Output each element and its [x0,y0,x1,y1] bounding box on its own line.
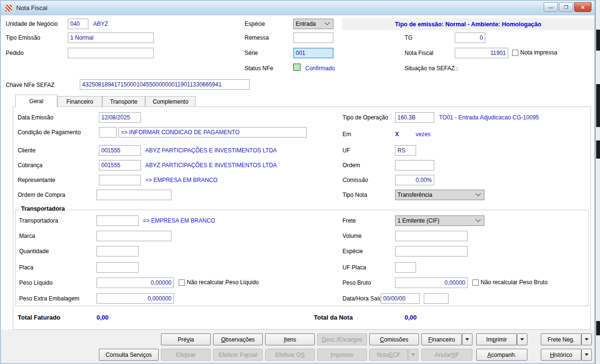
status-nfe-label: Status NFe [245,65,273,72]
tipo-nota-select[interactable]: Transferência [395,190,484,200]
tipo-nota-value: Transferência [397,192,476,198]
quantidade-label: Quantidade [19,248,49,255]
frete-neg-dropdown-arrow[interactable] [581,333,592,345]
cliente-input[interactable]: 001555 [99,145,141,156]
transportadora-input[interactable] [96,215,139,226]
frete-neg-button[interactable]: Frete Neg. [541,333,581,345]
peso-liquido-input[interactable]: 0,00000 [96,278,174,288]
total-faturado-value: 0,00 [96,314,108,321]
situacao-sefaz-label: Situação na SEFAZ [405,65,455,72]
placa-input[interactable] [96,262,139,273]
tab-transporte[interactable]: Transporte [102,96,145,107]
tipo-emissao-input[interactable]: 1 Normal [68,32,154,43]
peso-liquido-label: Peso Líquido [19,279,53,286]
tg-input[interactable]: 0 [455,32,485,43]
efetivar-os-button: Efetivar OS [265,349,315,361]
remessa-input[interactable] [293,32,333,43]
pedido-label: Pedido [6,50,23,56]
financeiro-button[interactable]: Financeiro [421,333,462,345]
peso-bruto-input[interactable]: 0,00000 [395,278,468,288]
especie-transp-input[interactable] [395,246,468,257]
pedido-input[interactable] [68,48,154,58]
quantidade-input[interactable] [96,246,139,257]
tab-financeiro[interactable]: Financeiro [57,96,102,107]
uf-label: UF [343,147,350,154]
nota-impressa-checkbox[interactable]: Nota impressa [512,49,557,56]
nao-recalcular-peso-liquido-checkbox[interactable]: Não recalcular Peso Líquido [179,279,259,286]
restore-button[interactable]: ❐ [559,2,573,12]
comissao-input[interactable]: 0,00% [395,175,434,185]
uf-input[interactable]: RS [395,145,416,156]
hora-saida-input[interactable] [424,293,449,304]
tg-label: TG [405,34,413,41]
peso-extra-input[interactable]: 0,000000 [96,293,174,304]
checkbox-icon [179,279,185,286]
marca-input[interactable] [96,231,171,241]
previa-button[interactable]: Prévia [161,333,211,345]
nota-fiscal-input[interactable]: 11901 [455,48,508,58]
representante-label: Representante [18,177,55,183]
financeiro-dropdown-arrow[interactable] [462,333,472,345]
em-suffix: vezes [416,131,430,138]
checkbox-icon [472,279,479,286]
close-button[interactable]: ✕ [574,2,591,12]
imprimir-dropdown-arrow[interactable] [517,333,527,345]
unidade-negocio-input[interactable]: 040 [68,19,88,29]
em-value: X [395,131,399,138]
volume-input[interactable] [395,231,468,241]
uf-placa-input[interactable] [395,262,416,273]
nota-ecf-button: Nota ECF [369,349,408,361]
total-nota-label: Total da Nota [314,314,353,321]
titlebar[interactable]: Nota Fiscal — ❐ ✕ [1,1,594,15]
data-emissao-label: Data Emissão [18,114,54,121]
chave-nfe-input[interactable]: 4325081894171500010455000000011901133066… [80,79,250,90]
comissoes-button[interactable]: Comissões [369,333,419,345]
especie-label: Espécie [245,21,265,27]
data-saida-label: Data/Hora Saída [343,295,385,302]
desc-encargos-button: Desc./Encargos [317,333,367,345]
representante-desc: => EMPRESA EM BRANCO [145,177,217,183]
especie-value: Entrada [296,21,325,27]
uf-placa-label: UF Placa [343,264,366,271]
nota-fiscal-window: Nota Fiscal — ❐ ✕ Unidade de Negócio 040… [0,0,595,364]
cliente-label: Cliente [18,147,35,154]
observacoes-button[interactable]: Observações [213,333,263,345]
especie-select[interactable]: Entrada [293,19,333,29]
remessa-label: Remessa [245,34,269,41]
data-emissao-input[interactable]: 12/08/2025 [99,112,141,123]
serie-input[interactable]: 001 [293,48,333,58]
ordem-label: Ordem [343,162,360,169]
historico-button[interactable]: Histórico [541,349,581,361]
situacao-sefaz-link[interactable]: - [456,65,458,70]
transportadora-group-title: Transportadora [19,205,67,212]
nota-impressa-label: Nota impressa [520,49,557,56]
tab-geral[interactable]: Geral [15,95,57,107]
unidade-negocio-label: Unidade de Negócio [6,21,58,27]
tab-complemento[interactable]: Complemento [145,96,196,107]
status-nfe-value: Confirmado [305,65,335,72]
representante-input[interactable] [99,175,141,185]
condicao-pagamento-input[interactable] [99,127,117,138]
historico-dropdown-arrow[interactable] [581,349,592,361]
acompanh-button[interactable]: Acompanh. [476,349,527,361]
unidade-negocio-desc: ABYZ [93,21,108,27]
nao-recalcular-peso-bruto-checkbox[interactable]: Não recalcular Peso Bruto [472,279,547,286]
itens-button[interactable]: Itens [265,333,315,345]
ordem-input[interactable] [395,160,434,171]
consulta-servicos-button[interactable]: Consulta Serviços [99,349,159,361]
serie-label: Série [245,50,258,56]
status-nfe-indicator [293,64,300,71]
cobranca-input[interactable]: 001555 [99,160,141,171]
cobranca-label: Cobrança [18,162,43,169]
data-saida-input[interactable]: 00/00/00 [381,293,420,304]
frete-select[interactable]: 1 Emitente (CIF) [395,215,484,226]
imprimir-button[interactable]: Imprimir [476,333,517,345]
ordem-compra-input[interactable] [96,190,171,200]
tipo-operacao-input[interactable]: 160.3B [395,112,434,123]
peso-bruto-label: Peso Bruto [343,279,371,286]
chevron-down-icon [475,217,481,222]
condicao-pagamento-label: Condição de Pagamento [18,129,81,136]
app-icon [5,4,12,12]
condicao-pagamento-desc-input[interactable]: => INFORMAR CONDICAO DE PAGAMENTO [118,127,307,138]
minimize-button[interactable]: — [544,2,558,12]
